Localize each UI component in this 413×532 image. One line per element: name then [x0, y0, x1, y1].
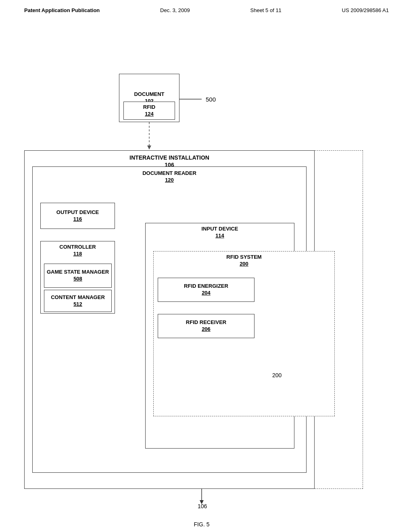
content-manager-title: CONTENT MANAGER	[51, 294, 105, 301]
game-state-manager-box: GAME STATE MANAGER 508	[44, 264, 112, 288]
document-box: DOCUMENT 102 RFID 124	[119, 74, 179, 122]
label-500: 500	[206, 96, 216, 103]
document-reader-title: DOCUMENT READER	[142, 170, 196, 176]
rfid-energizer-box: RFID ENERGIZER 204	[158, 278, 254, 302]
rfid-system-ref: 200	[240, 261, 248, 267]
rfid-inner-title: RFID	[143, 104, 155, 111]
label-106-bottom: 106	[198, 503, 207, 509]
header-right: US 2009/298586 A1	[342, 7, 389, 13]
rfid-energizer-title: RFID ENERGIZER	[184, 283, 228, 290]
output-device-box: OUTPUT DEVICE 116	[40, 203, 115, 229]
rfid-receiver-ref: 206	[202, 326, 211, 333]
rfid-system-title: RFID SYSTEM	[226, 254, 261, 260]
game-state-manager-title: GAME STATE MANAGER	[47, 269, 109, 276]
header: Patent Application Publication Dec. 3, 2…	[0, 0, 413, 17]
document-title: DOCUMENT	[134, 91, 164, 98]
fig-caption: FIG. 5	[161, 521, 242, 528]
interactive-installation-title: INTERACTIVE INSTALLATION	[129, 154, 209, 161]
game-state-manager-ref: 508	[73, 276, 82, 283]
input-device-ref: 114	[215, 233, 224, 239]
rfid-inner-box: RFID 124	[123, 102, 175, 120]
document-reader-ref: 120	[165, 177, 174, 183]
svg-marker-1	[147, 145, 151, 150]
content-manager-box: CONTENT MANAGER 512	[44, 290, 112, 312]
controller-title: CONTROLLER	[59, 244, 96, 250]
header-sheet: Sheet 5 of 11	[250, 7, 282, 13]
controller-ref: 118	[73, 251, 82, 257]
rfid-receiver-box: RFID RECEIVER 206	[158, 314, 254, 338]
controller-box: CONTROLLER 118 GAME STATE MANAGER 508 CO…	[40, 241, 115, 314]
rfid-energizer-ref: 204	[202, 290, 211, 297]
rfid-inner-ref: 124	[145, 111, 154, 118]
input-device-title: INPUT DEVICE	[201, 226, 238, 232]
rfid-system-box: RFID SYSTEM 200 RFID ENERGIZER 204 RFID …	[153, 251, 335, 416]
header-left: Patent Application Publication	[24, 7, 100, 13]
rfid-receiver-title: RFID RECEIVER	[186, 319, 226, 326]
diagram-area: DOCUMENT 102 RFID 124 500 INTERACTIVE IN…	[0, 21, 413, 505]
label-200: 200	[272, 372, 282, 378]
header-date: Dec. 3, 2009	[160, 7, 190, 13]
content-manager-ref: 512	[73, 301, 82, 308]
output-device-ref: 116	[73, 216, 82, 223]
output-device-title: OUTPUT DEVICE	[56, 209, 99, 216]
